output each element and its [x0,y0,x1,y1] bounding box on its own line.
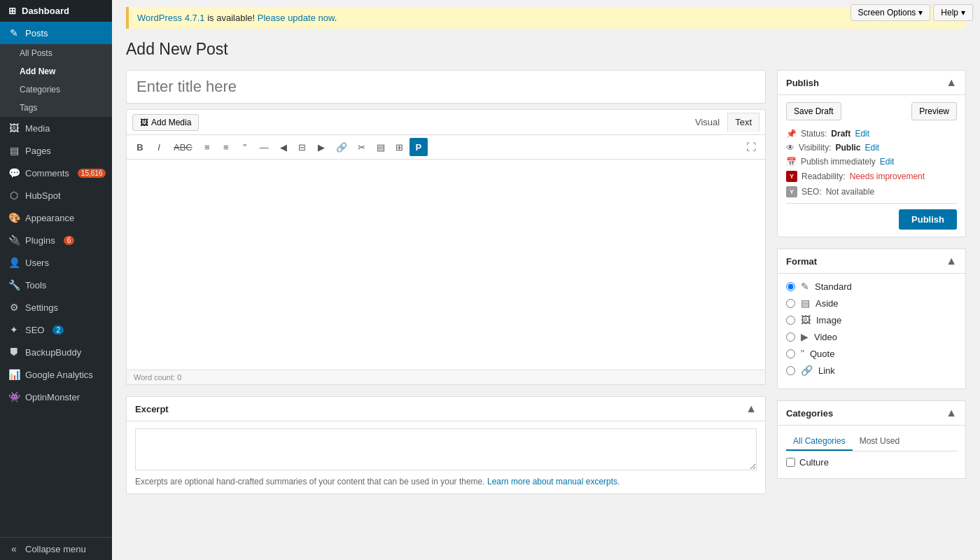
toolbar-unordered-list[interactable]: ≡ [198,138,216,156]
update-now-link[interactable]: Please update now [258,13,335,23]
collapse-icon: « [8,543,20,554]
save-draft-button[interactable]: Save Draft [786,102,841,120]
editor-sidebar: Publish ▲ Save Draft Preview 📌 Status: D… [777,70,966,494]
excerpt-meta-box-content: Excerpts are optional hand-crafted summa… [127,421,765,493]
format-radio-quote[interactable] [786,349,795,358]
yoast-readability-icon: Y [786,171,797,182]
toolbar-align-left[interactable]: ◀ [274,138,293,156]
toolbar-ordered-list[interactable]: ≡ [217,138,235,156]
publish-panel-toggle-icon[interactable]: ▲ [946,76,957,89]
toolbar-insert[interactable]: ▤ [372,138,390,156]
add-media-icon: 🖼 [140,118,148,127]
publish-time-edit-link[interactable]: Edit [880,157,895,167]
excerpt-meta-box-header[interactable]: Excerpt ▲ [127,397,765,421]
sidebar-item-optinmonster[interactable]: 👾 OptinMonster [0,386,112,408]
status-value: Draft [831,129,850,139]
add-media-button[interactable]: 🖼 Add Media [132,114,199,131]
settings-icon: ⚙ [8,302,20,313]
editor-content-area[interactable] [127,160,765,370]
toolbar-link[interactable]: 🔗 [331,138,352,156]
categories-panel-title: Categories [786,408,833,419]
preview-button[interactable]: Preview [911,102,957,120]
excerpt-toggle-icon[interactable]: ▲ [746,402,757,415]
media-icon: 🖼 [8,122,20,134]
sidebar-item-posts[interactable]: ✎ Posts [0,22,112,44]
categories-panel-toggle-icon[interactable]: ▲ [946,407,957,419]
sidebar-item-settings[interactable]: ⚙ Settings [0,296,112,318]
visibility-edit-link[interactable]: Edit [864,143,879,153]
toolbar-table[interactable]: ⊞ [391,138,409,156]
tools-icon: 🔧 [8,279,20,290]
tab-visual[interactable]: Visual [687,113,727,132]
sidebar-item-label: Media [25,123,50,134]
help-button[interactable]: Help ▾ [933,4,973,21]
word-count-bar: Word count: 0 [127,370,765,384]
sidebar-item-users[interactable]: 👤 Users [0,251,112,274]
toolbar-horizontal-rule[interactable]: — [255,138,274,156]
sidebar-item-categories[interactable]: Categories [0,80,112,99]
editor-main: 🖼 Add Media Visual Text B I ABC ≡ [126,70,766,494]
tab-most-used[interactable]: Most Used [853,433,906,451]
categories-tabs: All Categories Most Used [786,433,957,451]
backupbuddy-icon: ⛊ [8,346,20,358]
excerpt-textarea[interactable] [135,428,757,470]
seo-badge: 2 [52,326,64,335]
excerpt-help-link[interactable]: Learn more about manual excerpts [487,477,617,486]
tab-text[interactable]: Text [727,113,760,132]
publish-panel-content: Save Draft Preview 📌 Status: Draft Edit … [778,95,965,237]
sidebar-item-pages[interactable]: ▤ Pages [0,139,112,162]
toolbar-strikethrough[interactable]: ABC [169,138,197,156]
main-content: WordPress 4.7.1 is available! Please upd… [112,0,980,560]
categories-panel-header[interactable]: Categories ▲ [778,401,965,426]
publish-button-row: Publish [786,203,957,230]
excerpt-help: Excerpts are optional hand-crafted summa… [135,477,757,486]
sidebar-item-label: Comments [25,168,69,178]
sidebar-item-comments[interactable]: 💬 Comments 15,616 [0,162,112,184]
toolbar-align-center[interactable]: ⊟ [293,138,312,156]
sidebar-item-add-new[interactable]: Add New [0,62,112,80]
sidebar-item-all-posts[interactable]: All Posts [0,44,112,62]
toolbar-blockquote[interactable]: " [236,138,254,156]
toolbar-italic[interactable]: I [150,138,168,156]
toolbar-bold[interactable]: B [131,138,149,156]
toolbar-fullscreen[interactable]: ⛶ [741,138,761,156]
format-radio-image[interactable] [786,316,795,325]
category-checkbox-culture[interactable] [786,458,795,467]
format-panel-header[interactable]: Format ▲ [778,249,965,274]
format-icon-standard: ✎ [801,281,809,292]
users-icon: 👤 [8,257,20,268]
sidebar-item-collapse[interactable]: « Collapse menu [0,537,112,560]
screen-options-button[interactable]: Screen Options ▾ [850,4,931,21]
update-version-link[interactable]: WordPress 4.7.1 [137,13,205,23]
sidebar-item-media[interactable]: 🖼 Media [0,117,112,139]
update-notice-text: is available! [207,13,258,23]
publish-panel-header[interactable]: Publish ▲ [778,71,965,95]
sidebar-item-label: HubSpot [25,190,61,201]
toolbar-unlink[interactable]: ✂ [353,138,371,156]
sidebar-item-plugins[interactable]: 🔌 Plugins 6 [0,229,112,251]
toolbar-align-right[interactable]: ▶ [312,138,330,156]
categories-panel: Categories ▲ All Categories Most Used Cu… [777,400,966,479]
comments-badge: 15,616 [78,169,106,178]
sidebar-item-tags[interactable]: Tags [0,99,112,117]
sidebar-item-google-analytics[interactable]: 📊 Google Analytics [0,363,112,386]
format-panel-toggle-icon[interactable]: ▲ [946,255,957,267]
format-radio-aside[interactable] [786,299,795,308]
sidebar-logo[interactable]: ⊞ Dashboard [0,0,112,22]
category-label-culture: Culture [799,457,829,468]
sidebar-item-tools[interactable]: 🔧 Tools [0,274,112,296]
sidebar-item-hubspot[interactable]: ⬡ HubSpot [0,184,112,206]
plugins-badge: 6 [64,236,75,245]
sidebar-item-appearance[interactable]: 🎨 Appearance [0,206,112,229]
sidebar-item-backupbuddy[interactable]: ⛊ BackupBuddy [0,341,112,363]
category-item-culture: Culture [786,457,957,468]
toolbar-paste-text[interactable]: P [410,138,428,156]
status-edit-link[interactable]: Edit [855,129,869,139]
format-radio-link[interactable] [786,366,795,375]
sidebar-item-seo[interactable]: ✦ SEO 2 [0,318,112,341]
tab-all-categories[interactable]: All Categories [786,433,853,451]
format-radio-standard[interactable] [786,282,795,291]
publish-button[interactable]: Publish [899,209,957,230]
format-radio-video[interactable] [786,332,795,342]
post-title-input[interactable] [126,70,766,104]
